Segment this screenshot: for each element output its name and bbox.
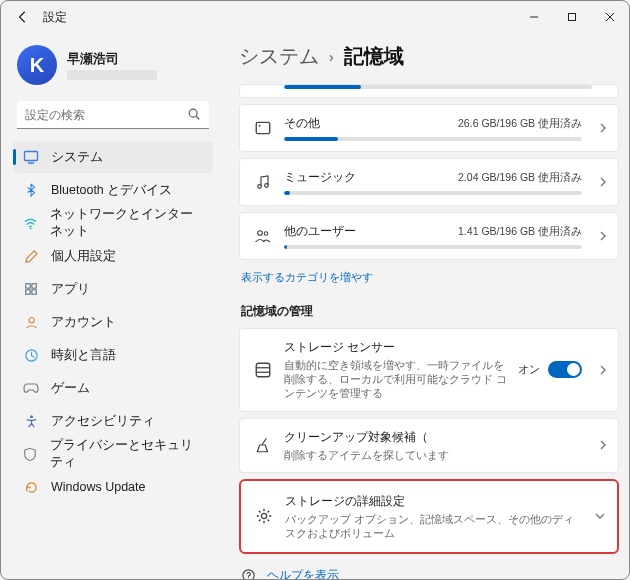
storage-sense-toggle[interactable]	[548, 361, 582, 378]
gear-icon	[253, 507, 275, 525]
usage-bar	[284, 85, 592, 89]
sidebar-item-label: ゲーム	[51, 380, 90, 397]
storage-card-music[interactable]: ミュージック 2.04 GB/196 GB 使用済み	[239, 158, 619, 206]
card-description: バックアップ オプション、記憶域スペース、その他のディスクおよびボリューム	[285, 512, 579, 540]
main-content: システム › 記憶域 その他 26.6 GB/196 GB 使用済み	[221, 33, 629, 579]
svg-rect-10	[32, 290, 36, 294]
chevron-right-icon	[598, 173, 608, 191]
chevron-right-icon	[598, 436, 608, 454]
users-icon	[252, 228, 274, 244]
shield-icon	[23, 446, 38, 462]
sidebar-item-label: アクセシビリティ	[51, 413, 155, 430]
card-title: ミュージック	[284, 169, 356, 186]
sidebar-item-label: 時刻と言語	[51, 347, 116, 364]
chevron-down-icon	[595, 507, 605, 525]
update-icon	[23, 479, 39, 495]
sidebar-item-label: Bluetooth とデバイス	[51, 182, 172, 199]
card-title: ストレージ センサー	[284, 339, 508, 356]
sidebar-item-label: アカウント	[51, 314, 116, 331]
storage-card-other[interactable]: その他 26.6 GB/196 GB 使用済み	[239, 104, 619, 152]
search-icon	[187, 107, 201, 125]
svg-rect-8	[32, 284, 36, 288]
user-name: 早瀬浩司	[67, 51, 157, 68]
svg-point-23	[261, 514, 266, 519]
card-title: 他のユーザー	[284, 223, 356, 240]
avatar: K	[17, 45, 57, 85]
svg-line-3	[196, 116, 199, 119]
avatar-letter: K	[30, 54, 44, 77]
help-link-label: ヘルプを表示	[267, 568, 339, 579]
sidebar-item-apps[interactable]: アプリ	[13, 273, 213, 305]
svg-rect-20	[256, 363, 270, 377]
svg-point-13	[30, 415, 33, 418]
show-more-categories-link[interactable]: 表示するカテゴリを増やす	[241, 270, 373, 285]
svg-point-17	[265, 184, 269, 188]
svg-point-2	[189, 109, 197, 117]
sidebar-item-gaming[interactable]: ゲーム	[13, 372, 213, 404]
apps-icon	[23, 281, 39, 297]
chevron-right-icon	[598, 119, 608, 137]
brush-icon	[23, 248, 39, 264]
game-icon	[23, 380, 39, 396]
help-icon	[239, 568, 257, 579]
breadcrumb-parent[interactable]: システム	[239, 43, 319, 70]
storage-card-cutoff[interactable]	[239, 84, 619, 98]
sidebar-item-privacy[interactable]: プライバシーとセキュリティ	[13, 438, 213, 470]
clock-icon	[23, 347, 39, 363]
svg-point-18	[258, 231, 263, 236]
other-icon	[252, 119, 274, 137]
sidebar-item-accounts[interactable]: アカウント	[13, 306, 213, 338]
sidebar-item-label: システム	[51, 149, 103, 166]
page-title: 記憶域	[344, 43, 404, 70]
chevron-right-icon	[598, 227, 608, 245]
sidebar-item-update[interactable]: Windows Update	[13, 471, 213, 503]
card-description: 削除するアイテムを探しています	[284, 448, 582, 462]
usage-bar	[284, 245, 582, 249]
card-title: ストレージの詳細設定	[285, 493, 579, 510]
sidebar-item-time-language[interactable]: 時刻と言語	[13, 339, 213, 371]
user-email-placeholder	[67, 70, 157, 80]
card-size: 26.6 GB/196 GB 使用済み	[458, 117, 582, 131]
sidebar-item-personalization[interactable]: 個人用設定	[13, 240, 213, 272]
storage-sense-card[interactable]: ストレージ センサー 自動的に空き領域を増やす、一時ファイルを削除する、ローカル…	[239, 328, 619, 412]
svg-rect-1	[569, 14, 576, 21]
usage-bar	[284, 191, 582, 195]
cleanup-recommendations-card[interactable]: クリーンアップ対象候補（ 削除するアイテムを探しています	[239, 418, 619, 473]
svg-rect-7	[26, 284, 30, 288]
sidebar-item-accessibility[interactable]: アクセシビリティ	[13, 405, 213, 437]
sidebar-item-label: Windows Update	[51, 480, 146, 494]
svg-point-19	[264, 232, 268, 236]
svg-point-11	[28, 317, 33, 322]
titlebar: 設定	[1, 1, 629, 33]
search-box[interactable]	[17, 101, 209, 129]
advanced-storage-settings-card[interactable]: ストレージの詳細設定 バックアップ オプション、記憶域スペース、その他のディスク…	[239, 479, 619, 554]
card-size: 1.41 GB/196 GB 使用済み	[458, 225, 582, 239]
svg-point-6	[30, 227, 32, 229]
broom-icon	[252, 436, 274, 454]
svg-point-15	[259, 125, 261, 127]
svg-rect-14	[256, 122, 270, 133]
window-title: 設定	[43, 9, 515, 26]
storage-card-other-users[interactable]: 他のユーザー 1.41 GB/196 GB 使用済み	[239, 212, 619, 260]
close-button[interactable]	[591, 1, 629, 33]
help-link[interactable]: ヘルプを表示	[239, 568, 619, 579]
sidebar-item-label: アプリ	[51, 281, 90, 298]
music-icon	[252, 173, 274, 191]
search-input[interactable]	[17, 101, 209, 129]
svg-point-24	[242, 570, 253, 579]
back-button[interactable]	[9, 3, 37, 31]
sidebar-item-bluetooth[interactable]: Bluetooth とデバイス	[13, 174, 213, 206]
svg-rect-9	[26, 290, 30, 294]
sidebar: K 早瀬浩司 システム Bluetooth とデバイス ネット	[1, 33, 221, 579]
maximize-button[interactable]	[553, 1, 591, 33]
breadcrumb-separator: ›	[329, 49, 334, 65]
user-block[interactable]: K 早瀬浩司	[17, 45, 213, 85]
storage-sense-icon	[252, 361, 274, 379]
minimize-button[interactable]	[515, 1, 553, 33]
toggle-state-label: オン	[518, 362, 540, 377]
account-icon	[23, 314, 39, 330]
sidebar-item-system[interactable]: システム	[13, 141, 213, 173]
sidebar-item-network[interactable]: ネットワークとインターネット	[13, 207, 213, 239]
storage-management-header: 記憶域の管理	[241, 303, 619, 320]
card-title: その他	[284, 115, 320, 132]
